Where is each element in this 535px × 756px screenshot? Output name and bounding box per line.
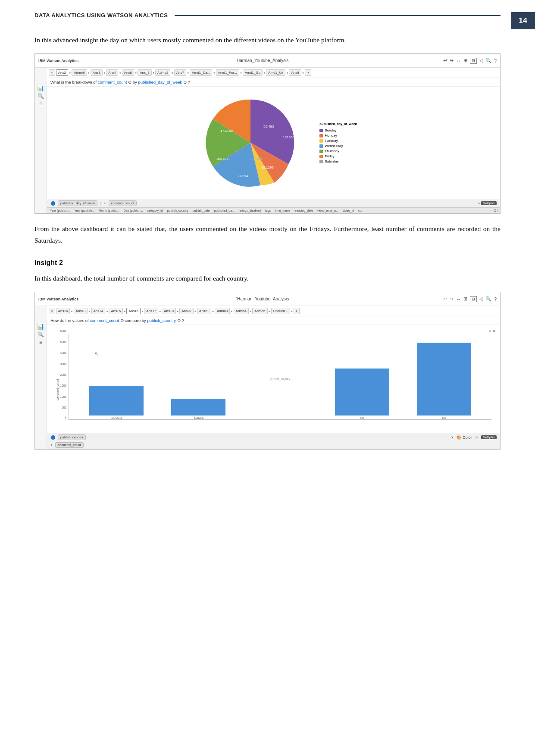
- field-published[interactable]: published_da...: [213, 209, 235, 212]
- search-icon-2[interactable]: 🔍: [485, 296, 491, 302]
- back-icon-2[interactable]: ◁: [479, 296, 483, 302]
- tab-dot11: ●: [263, 71, 265, 74]
- dim-pill-2[interactable]: publish_country: [58, 434, 86, 440]
- field-timeframe[interactable]: time_frame: [274, 209, 291, 212]
- field-videoerror[interactable]: video_error_n...: [316, 209, 340, 212]
- tab-next[interactable]: >: [305, 69, 311, 76]
- tab-prev[interactable]: <: [49, 69, 55, 76]
- field-pubdate[interactable]: publish_date: [191, 209, 211, 212]
- legend-friday: Friday: [319, 154, 357, 158]
- grid-icon[interactable]: ⊞: [463, 58, 467, 63]
- field-tags[interactable]: tags: [264, 209, 272, 212]
- tab-amd1us[interactable]: Amd1_Us: [266, 69, 285, 76]
- undo-icon[interactable]: ↩: [443, 58, 447, 63]
- right-controls: > 🎨 Color > Multiplier: [451, 435, 497, 440]
- tab2-ans21[interactable]: Ans21: [197, 308, 211, 314]
- field-row-nav[interactable]: > ⊙ !: [491, 209, 498, 212]
- view-icon-2[interactable]: ⊡: [470, 296, 477, 302]
- tab2-ans15[interactable]: Ans15: [109, 308, 123, 314]
- tab-ans3[interactable]: Ans3: [91, 69, 103, 76]
- tab2-admo4[interactable]: Admo4: [234, 308, 249, 314]
- sep1: |: [100, 201, 101, 205]
- measure-pill-1[interactable]: comment_count: [109, 200, 137, 206]
- grid-icon-2[interactable]: ⊞: [463, 296, 467, 302]
- tab2-ans16b[interactable]: Ans16: [126, 308, 141, 314]
- measure-icon-2: +: [50, 443, 53, 447]
- field-category[interactable]: category_id: [146, 209, 164, 212]
- tab2-prev[interactable]: <: [49, 308, 55, 314]
- field-con[interactable]: con: [357, 209, 364, 212]
- left-sidebar-1: 📊 🔍 ≡: [35, 81, 47, 213]
- field-trending[interactable]: trending_date: [293, 209, 314, 212]
- tab-admo8[interactable]: Admo8: [72, 69, 87, 76]
- tab-ans4[interactable]: Ans4: [106, 69, 118, 76]
- share-icon-2[interactable]: ↔: [456, 297, 461, 302]
- tab-amd1fra[interactable]: Amd1_Fra...: [216, 69, 239, 76]
- color-icon: 🎨: [457, 435, 461, 440]
- tab-ans-3[interactable]: Ans_3: [138, 69, 152, 76]
- dashboard1-inner: 📊 🔍 ≡ < Ans2 ● Admo8 ● Ans3 ● Ans4 ● Ans…: [35, 68, 500, 213]
- measure-pill-2[interactable]: comment_count: [55, 442, 83, 448]
- tab2-next[interactable]: >: [294, 308, 300, 314]
- tab2-ans13[interactable]: Ans13: [74, 308, 88, 314]
- back-icon[interactable]: ◁: [479, 58, 483, 63]
- field-ratings[interactable]: ratings_disabled: [238, 209, 262, 212]
- dim-pill-1[interactable]: published_day_of_week: [58, 200, 97, 206]
- chart-icon1[interactable]: ≡: [489, 329, 491, 333]
- tab-ans8[interactable]: Ans8: [122, 69, 134, 76]
- format-icon[interactable]: ≡: [39, 101, 42, 106]
- search-icon[interactable]: 🔍: [485, 58, 491, 63]
- tab-ans2[interactable]: Ans2: [56, 69, 68, 76]
- q2-dim: publish_country: [147, 318, 176, 323]
- legend-label-wednesday: Wednesday: [325, 144, 343, 148]
- help-icon[interactable]: ?: [494, 58, 497, 63]
- field-year1[interactable]: Year (publish...: [49, 209, 71, 212]
- tab2-ans18[interactable]: Ans18: [162, 308, 176, 314]
- tab2-ans17[interactable]: Ans17: [144, 308, 158, 314]
- share-icon[interactable]: ↔: [456, 58, 461, 63]
- legend-saturday: Saturday: [319, 159, 357, 163]
- tab2-untitled[interactable]: Untitled 1: [271, 308, 290, 314]
- field-videoid[interactable]: video_id: [341, 209, 355, 212]
- tab-admo2[interactable]: Admo2: [155, 69, 170, 76]
- visualization-icon[interactable]: 📊: [37, 85, 44, 91]
- field-year2[interactable]: Year (publish...: [73, 209, 95, 212]
- help-icon-2[interactable]: ?: [494, 297, 497, 302]
- bar-label-us: US: [442, 416, 446, 419]
- visualization-icon-2[interactable]: 📊: [37, 323, 44, 329]
- field-day[interactable]: Day (publish...: [122, 209, 144, 212]
- redo-icon-2[interactable]: ↪: [450, 296, 454, 302]
- tab2-ans14[interactable]: Ans14: [91, 308, 106, 314]
- multiplier-area-1: > Multiplier: [478, 201, 497, 206]
- analysis-icon-2[interactable]: 🔍: [38, 332, 44, 337]
- format-icon-2[interactable]: ≡: [39, 340, 42, 345]
- tab-ans8b[interactable]: Ans8: [289, 69, 301, 76]
- tab-dot2: ●: [88, 71, 90, 74]
- page-header: DATA ANALYTICS USING WATSON ANALYTICS: [34, 12, 501, 19]
- label-sun: 277,94: [238, 174, 248, 178]
- field-country[interactable]: publish_country: [166, 209, 190, 212]
- legend-dot-monday: [319, 134, 323, 137]
- bar-chart-wrapper: 6000 5000 4000 3000 2000 1500 1000 500 0: [51, 329, 496, 428]
- chevron-right-2: >: [451, 435, 453, 440]
- redo-icon[interactable]: ↪: [450, 58, 454, 63]
- tab2-admo5[interactable]: Admo5: [252, 308, 267, 314]
- analysis-icon[interactable]: 🔍: [38, 94, 44, 99]
- field-month[interactable]: Month (publis...: [97, 209, 121, 212]
- tab-amd1gb[interactable]: Amd1_Gb: [243, 69, 263, 76]
- toolbar-icons-2: ↩ ↪ ↔ ⊞ ⊡ ◁ 🔍 ?: [443, 296, 497, 302]
- view-icon[interactable]: ⊡: [470, 58, 477, 64]
- label-wed: 191,293: [261, 166, 274, 169]
- header-title: DATA ANALYTICS USING WATSON ANALYTICS: [34, 12, 168, 19]
- tab2-ans16[interactable]: Ans16: [56, 308, 70, 314]
- insight2-paragraph: In this dashboard, the total number of c…: [34, 273, 501, 284]
- chart-icon2[interactable]: ✱: [493, 329, 496, 333]
- color-control[interactable]: 🎨 Color: [457, 435, 472, 440]
- tab2-admo3[interactable]: Admo3: [215, 308, 230, 314]
- tab-ans7[interactable]: Ans7: [174, 69, 186, 76]
- label-sun2: 277,996: [250, 157, 263, 161]
- tab2-ans20[interactable]: Ans20: [179, 308, 194, 314]
- tab-amd1ca[interactable]: Amd1_Ca...: [190, 69, 212, 76]
- undo-icon-2[interactable]: ↩: [443, 296, 447, 302]
- multiplier-badge-2: Multiplier: [481, 435, 497, 439]
